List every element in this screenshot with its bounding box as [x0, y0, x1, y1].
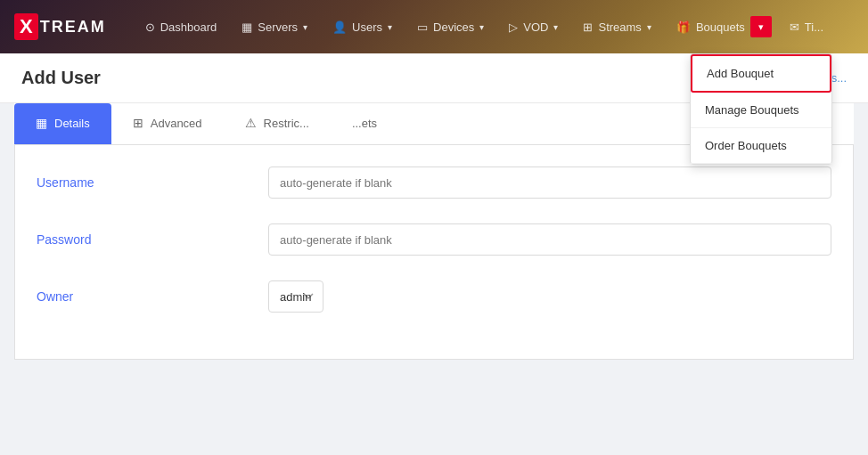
main-nav: ⊙ Dashboard ▦ Servers ▾ 👤 Users ▾ ▭ Devi…: [133, 0, 854, 53]
devices-chevron-icon: ▾: [479, 22, 484, 32]
nav-item-users[interactable]: 👤 Users ▾: [320, 0, 405, 53]
dashboard-icon: ⊙: [145, 20, 155, 34]
users-chevron-icon: ▾: [388, 22, 392, 32]
nav-item-bouquets[interactable]: 🎁 Bouquets ▾: [664, 0, 777, 53]
restrictions-tab-icon: ⚠: [245, 116, 257, 130]
streams-chevron-icon: ▾: [647, 22, 651, 32]
password-row: Password: [37, 223, 831, 256]
add-bouquet-item[interactable]: Add Bouquet: [691, 54, 831, 93]
nav-item-vod[interactable]: ▷ VOD ▾: [496, 0, 570, 53]
logo-text: TREAM: [40, 18, 106, 37]
logo[interactable]: X TREAM: [14, 13, 106, 40]
nav-label-streams: Streams: [598, 20, 641, 34]
tab-details-label: Details: [54, 117, 90, 130]
owner-row: Owner admin: [37, 280, 831, 313]
servers-icon: ▦: [242, 20, 252, 34]
tab-bouquets[interactable]: ...ets: [331, 103, 398, 144]
manage-bouquets-item[interactable]: Manage Bouquets: [691, 93, 831, 128]
owner-select[interactable]: admin: [268, 280, 323, 313]
username-label: Username: [37, 175, 268, 190]
details-tab-icon: ▦: [36, 116, 47, 130]
nav-label-vod: VOD: [523, 20, 548, 34]
username-input[interactable]: [268, 167, 831, 199]
password-input[interactable]: [268, 223, 831, 256]
nav-item-devices[interactable]: ▭ Devices ▾: [405, 0, 496, 53]
devices-icon: ▭: [417, 20, 428, 34]
username-row: Username: [37, 167, 831, 199]
tab-details[interactable]: ▦ Details: [14, 103, 111, 144]
nav-label-users: Users: [352, 20, 382, 34]
order-bouquets-item[interactable]: Order Bouquets: [691, 128, 831, 164]
tab-advanced-label: Advanced: [151, 117, 202, 130]
owner-select-wrapper: admin: [268, 280, 831, 313]
nav-item-tickets[interactable]: ✉ Ti...: [777, 0, 836, 53]
nav-label-tickets: Ti...: [805, 20, 823, 34]
owner-label: Owner: [37, 289, 268, 304]
nav-item-dashboard[interactable]: ⊙ Dashboard: [133, 0, 230, 53]
bouquets-dropdown-menu: Add Bouquet Manage Bouquets Order Bouque…: [690, 53, 832, 165]
vod-chevron-icon: ▾: [553, 22, 558, 32]
nav-label-dashboard: Dashboard: [160, 20, 217, 34]
tab-bouquets-label: ...ets: [352, 117, 377, 130]
logo-x-letter: X: [14, 13, 38, 40]
tickets-icon: ✉: [790, 20, 799, 34]
page-title: Add User: [21, 68, 101, 88]
servers-chevron-icon: ▾: [303, 22, 307, 32]
streams-icon: ⊞: [583, 20, 593, 34]
tab-restrictions[interactable]: ⚠ Restric...: [224, 103, 331, 144]
nav-label-devices: Devices: [433, 20, 474, 34]
nav-label-bouquets: Bouquets: [696, 20, 745, 34]
add-user-form: Username Password Owner admin: [14, 145, 854, 360]
bouquets-icon: 🎁: [676, 20, 691, 34]
nav-item-streams[interactable]: ⊞ Streams ▾: [570, 0, 663, 53]
vod-icon: ▷: [509, 20, 518, 34]
password-label: Password: [37, 232, 268, 247]
tab-advanced[interactable]: ⊞ Advanced: [111, 103, 224, 144]
header: X TREAM ⊙ Dashboard ▦ Servers ▾ 👤 Users …: [0, 0, 868, 53]
advanced-tab-icon: ⊞: [133, 116, 143, 130]
tab-restrictions-label: Restric...: [264, 117, 309, 130]
bouquets-dropdown-button[interactable]: ▾: [750, 16, 772, 37]
users-icon: 👤: [332, 20, 347, 34]
nav-item-servers[interactable]: ▦ Servers ▾: [229, 0, 320, 53]
nav-label-servers: Servers: [258, 20, 298, 34]
